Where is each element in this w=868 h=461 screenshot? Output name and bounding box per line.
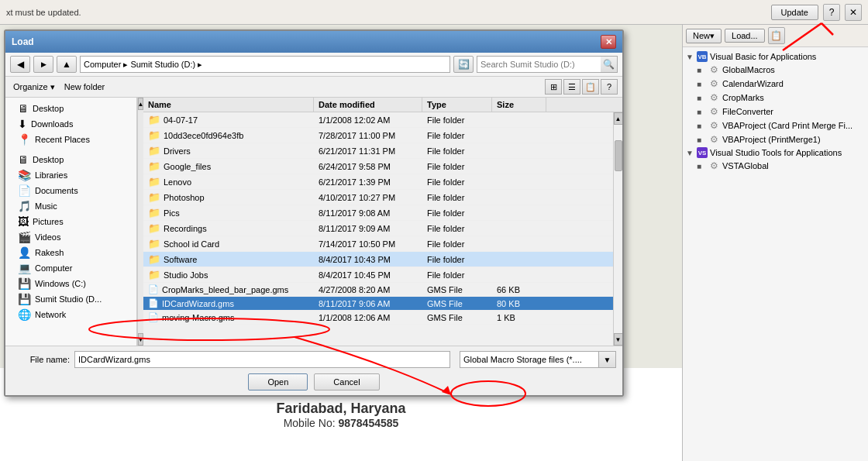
tree-expander[interactable]: ■ <box>697 80 708 88</box>
tree-item[interactable]: ▼VSVisual Studio Tools for Applications <box>683 146 868 159</box>
file-row[interactable]: 📁Google_files6/24/2017 9:58 PMFile folde… <box>143 159 613 174</box>
file-row[interactable]: 📄IDCardWizard.gms8/11/2017 9:06 AMGMS Fi… <box>143 297 613 311</box>
file-scrollbar: ▲ ▼ <box>613 112 622 346</box>
view-details-button[interactable]: 📋 <box>582 79 599 95</box>
nav-item-pictures[interactable]: 🖼Pictures <box>5 214 136 229</box>
file-name: 04-07-17 <box>164 115 198 125</box>
nav-item-sumit-studio-(d...[interactable]: 💾Sumit Studio (D... <box>5 291 136 307</box>
view-toggle-button[interactable]: ⊞ <box>545 79 562 95</box>
tree-item[interactable]: ■⚙GlobalMacros <box>683 63 868 77</box>
tree-item[interactable]: ■⚙CropMarks <box>683 91 868 105</box>
tree-item[interactable]: ■⚙CalendarWizard <box>683 77 868 91</box>
file-row[interactable]: 📄moving-Macro.gms1/1/2008 12:06 AMGMS Fi… <box>143 311 613 325</box>
tree-item[interactable]: ■⚙VSTAGlobal <box>683 159 868 173</box>
tree-item[interactable]: ■⚙VBAProject (PrintMerge1) <box>683 132 868 146</box>
new-button[interactable]: New▾ <box>686 29 722 43</box>
organize-button[interactable]: Organize ▾ <box>10 81 58 94</box>
tree-expander[interactable]: ▼ <box>686 53 697 61</box>
file-type: File folder <box>422 222 492 235</box>
header-size[interactable]: Size <box>492 98 546 112</box>
breadcrumb-bar[interactable]: Computer ▸ Sumit Studio (D:) ▸ <box>80 56 450 73</box>
dialog-titlebar: Load ✕ <box>5 31 622 53</box>
file-pane: Name Date modified Type Size 📁04-07-171/… <box>143 98 622 346</box>
nav-item-icon: 💻 <box>18 262 31 274</box>
open-button[interactable]: Open <box>248 373 308 390</box>
file-row[interactable]: 📁Lenovo6/21/2017 1:39 PMFile folder <box>143 174 613 190</box>
file-row[interactable]: 📁Pics8/11/2017 9:08 AMFile folder <box>143 205 613 221</box>
search-input[interactable] <box>477 56 601 73</box>
header-type[interactable]: Type <box>422 98 492 112</box>
nav-item-icon: 🎵 <box>18 200 31 212</box>
new-folder-button[interactable]: New folder <box>61 81 108 93</box>
filetype-input[interactable] <box>460 351 599 368</box>
tree-expander[interactable]: ■ <box>697 162 708 170</box>
file-name: moving-Macro.gms <box>162 313 235 322</box>
file-row[interactable]: 📁10dd3ece0fd964e3fb7/28/2017 11:00 PMFil… <box>143 128 613 143</box>
nav-scroll-down[interactable]: ▼ <box>138 333 143 346</box>
nav-item-windows-(c:)[interactable]: 💾Windows (C:) <box>5 276 136 291</box>
file-size <box>492 258 546 261</box>
forward-button[interactable]: ▶ <box>33 56 53 73</box>
gear-icon: ⚙ <box>708 64 720 76</box>
file-row[interactable]: 📁School id Card7/14/2017 10:50 PMFile fo… <box>143 236 613 252</box>
tree-item[interactable]: ■⚙VBAProject (Card Print Merge Fi... <box>683 119 868 132</box>
tree-expander[interactable]: ■ <box>697 122 708 130</box>
file-row[interactable]: 📁04-07-171/1/2008 12:02 AMFile folder <box>143 112 613 128</box>
header-name[interactable]: Name <box>143 98 314 112</box>
nav-item-desktop[interactable]: 🖥Desktop <box>5 152 136 167</box>
view-help-button[interactable]: ? <box>601 79 618 95</box>
top-bar-message: xt must be updated. <box>6 8 766 17</box>
back-button[interactable]: ◀ <box>10 56 30 73</box>
close-top-button[interactable]: ✕ <box>845 4 862 21</box>
file-date: 8/11/2017 9:09 AM <box>314 222 422 235</box>
search-button[interactable]: 🔍 <box>601 56 618 73</box>
dialog-bottom: File name: ▼ Open Cancel <box>5 346 622 395</box>
tree-item[interactable]: ■⚙FileConverter <box>683 105 868 119</box>
nav-item-recent-places[interactable]: 📍Recent Places <box>5 132 136 147</box>
nav-item-libraries[interactable]: 📚Libraries <box>5 167 136 183</box>
file-scroll-up[interactable]: ▲ <box>614 112 623 125</box>
file-scroll-down[interactable]: ▼ <box>614 333 623 346</box>
view-list-button[interactable]: ☰ <box>563 79 580 95</box>
tree-expander[interactable]: ■ <box>697 66 708 74</box>
file-row[interactable]: 📄CropMarks_bleed_bar_page.gms4/27/2008 8… <box>143 283 613 297</box>
nav-item-network[interactable]: 🌐Network <box>5 307 136 322</box>
rp-extra-icon[interactable]: 📋 <box>768 27 785 44</box>
filetype-dropdown-arrow[interactable]: ▼ <box>599 351 616 368</box>
nav-item-label: Computer <box>35 263 72 273</box>
nav-scroll-up[interactable]: ▲ <box>138 98 143 110</box>
nav-item-icon: 👤 <box>18 246 31 259</box>
nav-item-downloads[interactable]: ⬇Downloads <box>5 116 136 132</box>
file-name: IDCardWizard.gms <box>162 299 234 308</box>
file-row[interactable]: 📁Recordings8/11/2017 9:09 AMFile folder <box>143 221 613 236</box>
file-row[interactable]: 📁Studio Jobs8/4/2017 10:45 PMFile folder <box>143 267 613 283</box>
help-button[interactable]: ? <box>823 4 840 21</box>
dialog-close-button[interactable]: ✕ <box>601 35 616 49</box>
header-date[interactable]: Date modified <box>314 98 422 112</box>
file-name-cell: 📁Lenovo <box>143 174 314 189</box>
nav-item-documents[interactable]: 📄Documents <box>5 183 136 198</box>
tree-expander[interactable]: ■ <box>697 136 708 144</box>
refresh-button[interactable]: 🔄 <box>453 56 474 73</box>
filename-input[interactable] <box>74 351 450 368</box>
nav-item-music[interactable]: 🎵Music <box>5 198 136 214</box>
nav-item-desktop[interactable]: 🖥Desktop <box>5 101 136 116</box>
file-row[interactable]: 📁Photoshop4/10/2017 10:27 PMFile folder <box>143 190 613 205</box>
up-button[interactable]: ▲ <box>57 56 77 73</box>
file-scroll-thumb[interactable] <box>615 140 622 171</box>
file-type: GMS File <box>422 298 492 310</box>
file-row[interactable]: 📁Drivers6/21/2017 11:31 PMFile folder <box>143 143 613 159</box>
cancel-button[interactable]: Cancel <box>314 373 379 390</box>
tree-expander[interactable]: ■ <box>697 108 708 116</box>
file-scroll-track[interactable] <box>614 125 623 333</box>
nav-item-computer[interactable]: 💻Computer <box>5 260 136 276</box>
tree-expander[interactable]: ■ <box>697 94 708 102</box>
file-row[interactable]: 📁Software8/4/2017 10:43 PMFile folder <box>143 252 613 267</box>
file-size <box>492 150 546 153</box>
load-button[interactable]: Load... <box>725 29 765 43</box>
tree-expander[interactable]: ▼ <box>686 149 697 157</box>
update-button[interactable]: Update <box>771 5 818 20</box>
nav-item-videos[interactable]: 🎬Videos <box>5 229 136 245</box>
tree-item[interactable]: ▼VBVisual Basic for Applications <box>683 50 868 63</box>
nav-item-rakesh[interactable]: 👤Rakesh <box>5 245 136 260</box>
